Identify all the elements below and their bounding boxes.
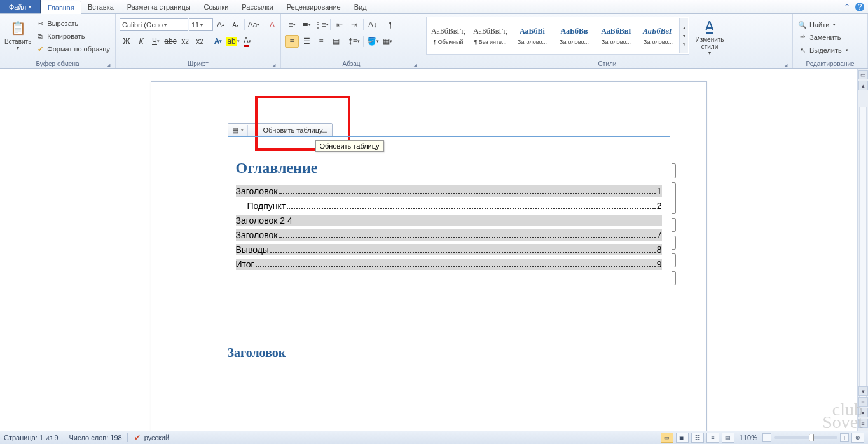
ribbon-tabs: Файл Главная Вставка Разметка страницы С… [0, 0, 868, 14]
text-effects-icon[interactable]: A▾ [211, 35, 225, 48]
view-draft-icon[interactable]: ▤ [722, 433, 734, 443]
bold-icon[interactable]: Ж [120, 35, 134, 48]
view-outline-icon[interactable]: ≡ [706, 433, 719, 443]
copy-icon: ⧉ [36, 32, 45, 41]
group-clipboard-label: Буфер обмена [4, 59, 111, 68]
format-painter-button[interactable]: ✔Формат по образцу [34, 43, 111, 55]
align-right-icon[interactable]: ≡ [314, 35, 328, 48]
style-item[interactable]: АаБбВвГЗаголово... [637, 18, 679, 53]
change-case-icon[interactable]: Aa▾ [247, 18, 261, 31]
page: ▤▾ ❗Обновить таблицу... Обновить таблицу… [151, 81, 707, 431]
view-print-layout-icon[interactable]: ▭ [661, 433, 673, 443]
replace-button[interactable]: ᵃᵇЗаменить [797, 32, 850, 43]
font-name-combo[interactable]: Calibri (Осно▾ [120, 18, 188, 31]
borders-icon[interactable]: ▦▾ [380, 35, 394, 48]
shading-icon[interactable]: 🪣▾ [366, 35, 380, 48]
subscript-icon[interactable]: x2 [178, 35, 192, 48]
scroll-up-icon[interactable]: ▴ [858, 81, 868, 90]
tab-page-layout[interactable]: Разметка страницы [121, 0, 198, 13]
tab-insert[interactable]: Вставка [81, 0, 121, 13]
tab-review[interactable]: Рецензирование [280, 0, 348, 13]
copy-button[interactable]: ⧉Копировать [34, 30, 111, 42]
zoom-fit-icon[interactable]: ⊕ [851, 433, 864, 443]
superscript-icon[interactable]: x2 [193, 35, 207, 48]
tab-file[interactable]: Файл [0, 0, 41, 13]
line-spacing-icon[interactable]: ‡≡▾ [347, 35, 361, 48]
spellcheck-icon[interactable]: ✔ [133, 433, 142, 442]
toc-row[interactable]: Итог 9 [236, 259, 662, 270]
toc-brackets [671, 163, 676, 276]
shrink-font-icon[interactable]: A▾ [228, 18, 242, 31]
tab-home[interactable]: Главная [41, 1, 81, 14]
view-web-icon[interactable]: ☷ [691, 433, 704, 443]
group-styles-label: Стили [426, 59, 789, 68]
highlight-icon[interactable]: ab▾ [226, 35, 240, 48]
style-item[interactable]: АаБбВіЗаголово... [511, 18, 553, 53]
next-page-icon[interactable]: ≡ [858, 419, 868, 428]
find-button[interactable]: 🔍Найти▾ [797, 19, 850, 30]
sort-icon[interactable]: A↓ [366, 18, 380, 31]
toc-update-button[interactable]: ❗Обновить таблицу... [247, 125, 332, 136]
align-center-icon[interactable]: ☰ [300, 35, 313, 48]
refresh-icon: ❗ [252, 126, 261, 135]
toc-row[interactable]: Выводы 8 [236, 244, 662, 255]
bullets-icon[interactable]: ≡▾ [285, 18, 299, 31]
style-item[interactable]: АаБбВвГг,¶ Без инте... [469, 18, 511, 53]
tab-references[interactable]: Ссылки [198, 0, 236, 13]
zoom-level[interactable]: 110% [740, 434, 757, 441]
tab-view[interactable]: Вид [348, 0, 374, 13]
strikethrough-icon[interactable]: abc [163, 35, 177, 48]
styles-gallery[interactable]: АаБбВвГг,¶ ОбычныйАаБбВвГг,¶ Без инте...… [426, 17, 689, 55]
zoom-slider[interactable] [774, 436, 837, 439]
replace-icon: ᵃᵇ [798, 33, 807, 42]
cut-button[interactable]: ✂Вырезать [34, 18, 111, 29]
toc-row[interactable]: Заголовок 24 [236, 215, 662, 226]
paste-button[interactable]: 📋 Вставить ▾ [4, 15, 32, 55]
change-styles-icon: A̲ [701, 17, 719, 35]
zoom-in-button[interactable]: + [840, 433, 849, 442]
style-item[interactable]: АаБбВвГг,¶ Обычный [427, 18, 469, 53]
toc-field[interactable]: Оглавление Заголовок 1Подпункт 2Заголово… [228, 136, 670, 285]
grow-font-icon[interactable]: A▴ [214, 18, 228, 31]
prev-page-icon[interactable]: ≡ [858, 397, 868, 407]
style-item[interactable]: АаБбВвІЗаголово... [595, 18, 637, 53]
show-marks-icon[interactable]: ¶ [384, 18, 398, 31]
select-button[interactable]: ↖Выделить▾ [797, 44, 850, 56]
toc-row[interactable]: Заголовок 1 [236, 185, 662, 197]
styles-more[interactable]: ▴▾▿ [679, 18, 688, 53]
underline-icon[interactable]: Ч▾ [149, 35, 163, 48]
scroll-down-icon[interactable]: ▾ [858, 386, 868, 396]
justify-icon[interactable]: ▤ [329, 35, 343, 48]
multilevel-icon[interactable]: ⋮≡▾ [314, 18, 328, 31]
toc-row[interactable]: Заголовок 7 [236, 229, 662, 241]
font-size-combo[interactable]: 11▾ [189, 18, 213, 31]
minimize-ribbon-icon[interactable]: ⌃ [844, 3, 850, 11]
status-page[interactable]: Страница: 1 из 9 [4, 434, 59, 441]
cursor-icon: ↖ [798, 46, 807, 55]
style-item[interactable]: АаБбВвЗаголово... [553, 18, 595, 53]
clear-formatting-icon[interactable]: A [265, 18, 279, 31]
zoom-out-button[interactable]: − [762, 433, 771, 442]
document-area[interactable]: ▤▾ ❗Обновить таблицу... Обновить таблицу… [0, 69, 857, 431]
ruler-toggle-icon[interactable]: ▭ [858, 70, 868, 79]
browse-object-icon[interactable]: ● [858, 408, 868, 417]
decrease-indent-icon[interactable]: ⇤ [333, 18, 347, 31]
italic-icon[interactable]: К [134, 35, 148, 48]
body-heading: Заголовок [228, 346, 286, 360]
numbering-icon[interactable]: ≣▾ [300, 18, 313, 31]
toc-row[interactable]: Подпункт 2 [236, 200, 662, 212]
ribbon: 📋 Вставить ▾ ✂Вырезать ⧉Копировать ✔Форм… [0, 14, 868, 69]
help-icon[interactable]: ? [855, 3, 864, 11]
toc-title: Оглавление [236, 159, 662, 177]
change-styles-button[interactable]: A̲ Изменить стили ▾ [692, 17, 727, 56]
status-language[interactable]: русский [144, 434, 169, 441]
font-color-icon[interactable]: A▾ [240, 35, 254, 48]
status-words[interactable]: Число слов: 198 [69, 434, 122, 441]
vertical-scrollbar[interactable]: ▭ ▴ ▾ ≡ ● ≡ [857, 69, 868, 431]
align-left-icon[interactable]: ≡ [285, 35, 299, 48]
increase-indent-icon[interactable]: ⇥ [347, 18, 361, 31]
toc-menu-button[interactable]: ▤▾ [228, 125, 247, 136]
view-fullscreen-icon[interactable]: ▣ [676, 433, 689, 443]
tab-mailings[interactable]: Рассылки [235, 0, 280, 13]
group-editing-label: Редактирование [797, 59, 864, 68]
